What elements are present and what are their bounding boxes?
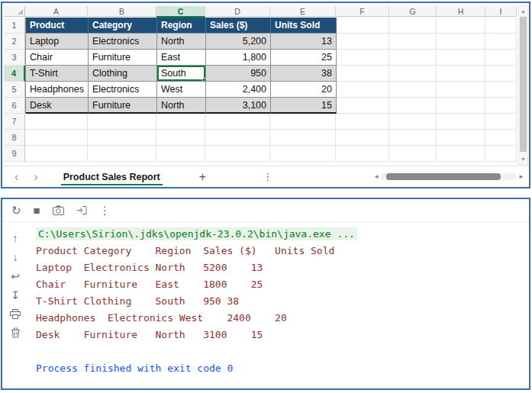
horizontal-scrollbar-thumb[interactable]: [386, 173, 501, 180]
column-header-H[interactable]: H: [437, 6, 485, 17]
scroll-up-icon[interactable]: ▲: [519, 6, 527, 16]
up-arrow-icon[interactable]: ↑: [13, 233, 18, 243]
console-output-line: Laptop Electronics North 5200 13: [36, 259, 529, 276]
rerun-icon[interactable]: ↻: [11, 205, 21, 216]
cell-A5[interactable]: Headphones: [26, 82, 89, 98]
column-header-D[interactable]: D: [205, 6, 270, 17]
vertical-scrollbar-thumb[interactable]: [520, 17, 527, 152]
console-panel: ↻ ■ ⋮ ↑ ↓ ↩ ↧ C:\Users\Sirion\.jdks\open…: [1, 198, 530, 390]
sheet-menu-icon[interactable]: ⋮: [263, 171, 272, 182]
console-output-line: T-Shirt Clothing South 950 38: [36, 293, 529, 310]
horizontal-scrollbar[interactable]: ◄ ►: [373, 173, 524, 180]
cell-A2[interactable]: Laptop: [26, 34, 89, 50]
row-header-5[interactable]: 5: [4, 82, 25, 98]
cell-D2[interactable]: 5,200: [206, 34, 271, 50]
cell-B1[interactable]: Category: [89, 18, 157, 34]
cell-C2[interactable]: North: [157, 34, 206, 50]
sheet-next-icon[interactable]: ›: [34, 171, 37, 183]
sheet-grid: A B C D E F G H I 1 2 3 4 5 6 7 8 9: [4, 6, 517, 166]
row-headers: 1 2 3 4 5 6 7 8 9: [4, 18, 25, 162]
cell-D1[interactable]: Sales ($): [206, 18, 271, 34]
soft-wrap-icon[interactable]: ↩: [11, 271, 20, 282]
cell-B2[interactable]: Electronics: [89, 34, 157, 50]
column-header-G[interactable]: G: [389, 6, 437, 17]
clear-trash-icon[interactable]: [11, 327, 21, 338]
spreadsheet-panel: A B C D E F G H I 1 2 3 4 5 6 7 8 9: [1, 2, 530, 188]
stop-icon[interactable]: ■: [34, 205, 40, 216]
sheet-prev-icon[interactable]: ‹: [15, 171, 18, 183]
cell-A6[interactable]: Desk: [26, 98, 89, 114]
console-output-line: Product Category Region Sales ($) Units …: [36, 243, 529, 259]
cell-E4[interactable]: 38: [271, 66, 337, 82]
cell-C6[interactable]: North: [157, 98, 206, 114]
cell-A3[interactable]: Chair: [26, 50, 89, 66]
row-header-9[interactable]: 9: [4, 146, 25, 162]
console-toolbar: ↻ ■ ⋮: [2, 199, 529, 222]
scroll-to-end-icon[interactable]: ↧: [11, 290, 20, 301]
hscroll-left-icon[interactable]: ◄: [373, 173, 379, 180]
console-left-toolbar: ↑ ↓ ↩ ↧: [2, 222, 28, 377]
column-header-A[interactable]: A: [25, 6, 88, 17]
console-exit-line: Process finished with exit code 0: [36, 360, 529, 377]
cell-A1[interactable]: Product: [26, 18, 89, 34]
toolbar-more-icon[interactable]: ⋮: [99, 205, 111, 216]
cell-E6[interactable]: 15: [271, 98, 337, 114]
column-header-C[interactable]: C: [156, 6, 205, 18]
console-command-line: C:\Users\Sirion\.jdks\openjdk-23.0.2\bin…: [36, 226, 529, 243]
cell-D3[interactable]: 1,800: [206, 50, 271, 66]
console-output-line: Desk Furniture North 3100 15: [36, 327, 529, 343]
select-all-corner[interactable]: [4, 6, 25, 17]
sheet-tab-bar: ‹ › Product Sales Report + ⋮ ◄ ►: [2, 166, 529, 187]
row-header-1[interactable]: 1: [4, 18, 25, 34]
select-all-triangle-icon: [18, 9, 23, 14]
horizontal-scrollbar-track[interactable]: [382, 173, 516, 180]
cell-E5[interactable]: 20: [271, 82, 337, 98]
cell-A4[interactable]: T-Shirt: [26, 66, 89, 82]
cell-D4[interactable]: 950: [206, 66, 271, 82]
command-text: C:\Users\Sirion\.jdks\openjdk-23.0.2\bin…: [36, 227, 357, 240]
row-header-6[interactable]: 6: [4, 98, 25, 114]
row-header-7[interactable]: 7: [4, 114, 25, 130]
console-output-line: Headphones Electronics West 2400 20: [36, 310, 529, 327]
cell-B5[interactable]: Electronics: [89, 82, 157, 98]
vertical-scrollbar[interactable]: ▲ ▼: [518, 5, 528, 165]
down-arrow-icon[interactable]: ↓: [13, 252, 18, 263]
column-header-E[interactable]: E: [270, 6, 336, 17]
row-header-3[interactable]: 3: [4, 50, 25, 66]
cell-D5[interactable]: 2,400: [206, 82, 271, 98]
column-header-F[interactable]: F: [336, 6, 389, 17]
cell-D6[interactable]: 3,100: [206, 98, 271, 114]
scroll-down-icon[interactable]: ▼: [519, 154, 527, 164]
cell-B6[interactable]: Furniture: [89, 98, 157, 114]
cell-E3[interactable]: 25: [271, 50, 337, 66]
sheet-tab[interactable]: Product Sales Report: [61, 169, 163, 185]
cell-B3[interactable]: Furniture: [89, 50, 157, 66]
console-body: ↑ ↓ ↩ ↧ C:\Users\Sirion\.jdks\openjdk-23…: [2, 222, 529, 377]
selected-cell-value: South: [161, 68, 186, 79]
cell-C1[interactable]: Region: [157, 18, 206, 34]
add-sheet-button[interactable]: +: [199, 171, 206, 183]
console-output[interactable]: C:\Users\Sirion\.jdks\openjdk-23.0.2\bin…: [28, 222, 529, 377]
camera-icon[interactable]: [53, 205, 64, 215]
cell-E2[interactable]: 13: [271, 34, 337, 50]
hscroll-right-icon[interactable]: ►: [518, 173, 524, 180]
cell-B4[interactable]: Clothing: [89, 66, 157, 82]
row-header-4[interactable]: 4: [4, 66, 25, 82]
cell-C3[interactable]: East: [157, 50, 206, 66]
attach-to-editor-icon[interactable]: [76, 205, 87, 215]
cell-C5[interactable]: West: [157, 82, 206, 98]
row-header-8[interactable]: 8: [4, 130, 25, 146]
cell-E1[interactable]: Units Sold: [271, 18, 337, 34]
data-table: Product Category Region Sales ($) Units …: [25, 18, 336, 114]
fill-handle[interactable]: [202, 78, 206, 82]
print-icon[interactable]: [10, 309, 21, 319]
column-header-I[interactable]: I: [485, 6, 517, 17]
column-headers: A B C D E F G H I: [25, 6, 517, 18]
console-output-line: Chair Furniture East 1800 25: [36, 276, 529, 293]
column-header-B[interactable]: B: [88, 6, 156, 17]
selected-cell-C4[interactable]: South: [157, 66, 206, 82]
row-header-2[interactable]: 2: [4, 34, 25, 50]
blank-line: [36, 343, 529, 360]
